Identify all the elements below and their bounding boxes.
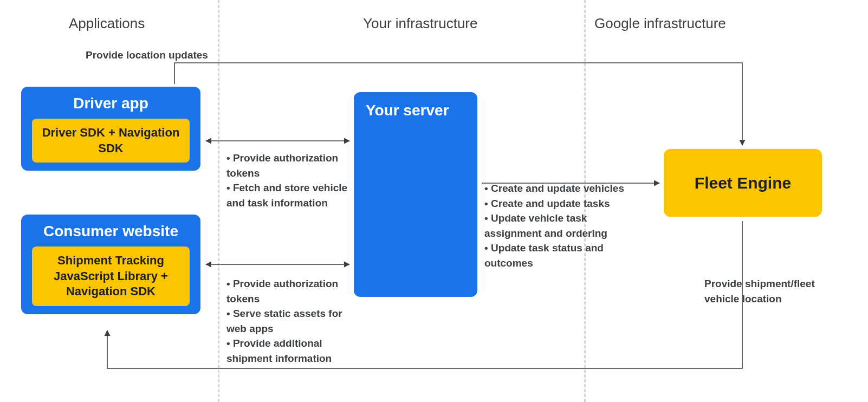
label-server-fleet-bullets: • Create and update vehicles • Create an… [484, 181, 625, 270]
label-consumer-server-bullets: • Provide authorization tokens • Serve s… [226, 276, 351, 366]
bullet: • Fetch and store vehicle and task infor… [226, 180, 351, 210]
label-driver-server-bullets: • Provide authorization tokens • Fetch a… [226, 151, 351, 210]
bullet: • Create and update tasks [484, 196, 625, 211]
section-google-infra: Google infrastructure [594, 15, 726, 32]
bullet: • Create and update vehicles [484, 181, 625, 196]
driver-app-title: Driver app [32, 95, 190, 112]
label-fleet-to-consumer: Provide shipment/fleet vehicle location [704, 276, 845, 306]
divider-1 [218, 0, 219, 402]
label-provide-location-updates: Provide location updates [86, 48, 208, 63]
consumer-website-sdk-chip: Shipment Tracking JavaScript Library + N… [32, 247, 190, 306]
consumer-website-title: Consumer website [32, 223, 190, 240]
your-server-box: Your server [354, 92, 477, 297]
fleet-engine-box: Fleet Engine [664, 149, 822, 217]
driver-app-sdk-chip: Driver SDK + Navigation SDK [32, 119, 190, 163]
bullet: • Provide authorization tokens [226, 276, 351, 306]
your-server-title: Your server [366, 102, 465, 119]
bullet: • Update task status and outcomes [484, 241, 625, 270]
section-your-infra: Your infrastructure [363, 15, 477, 32]
fleet-engine-title: Fleet Engine [695, 174, 791, 192]
driver-app-box: Driver app Driver SDK + Navigation SDK [21, 87, 200, 171]
bullet: • Serve static assets for web apps [226, 306, 351, 336]
bullet: • Provide additional shipment informatio… [226, 336, 351, 366]
consumer-website-box: Consumer website Shipment Tracking JavaS… [21, 215, 200, 314]
section-applications: Applications [69, 15, 145, 32]
bullet: • Provide authorization tokens [226, 151, 351, 180]
bullet: • Update vehicle task assignment and ord… [484, 211, 625, 241]
